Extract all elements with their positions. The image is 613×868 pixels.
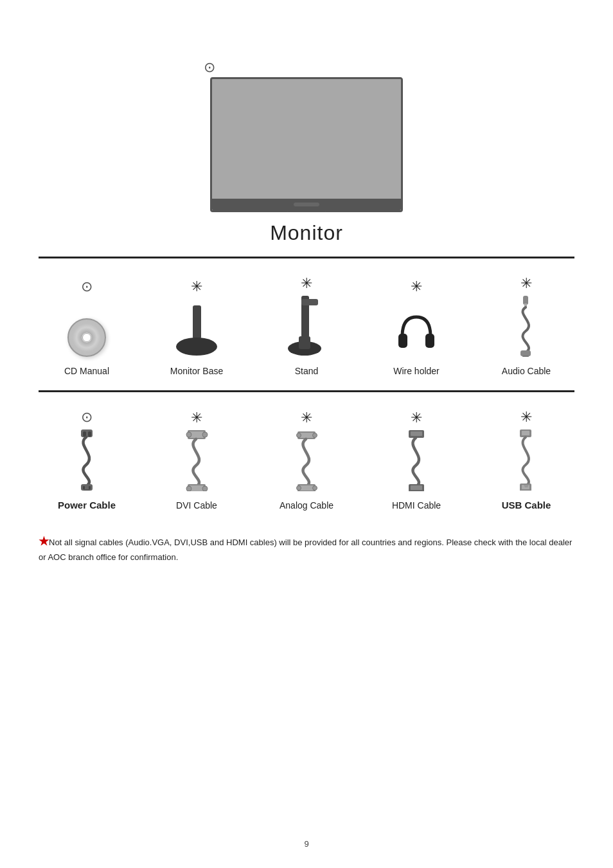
- cd-icon: [67, 318, 106, 357]
- dvi-cable-star: ✳: [191, 410, 202, 426]
- audio-cable-icon-area: [512, 296, 541, 357]
- svg-point-29: [296, 433, 301, 438]
- item-analog-cable: ✳ Analog Cable: [258, 410, 355, 511]
- monitor-illustration: ⊙: [210, 77, 403, 212]
- analog-cable-icon-area: [292, 430, 321, 491]
- dvi-cable-label: DVI Cable: [176, 500, 217, 511]
- accessories-row-2: ⊙ Power Cable ✳: [39, 397, 574, 520]
- page: ⊙ Monitor ⊙ CD Manual ✳: [0, 0, 613, 868]
- item-power-cable: ⊙ Power Cable: [39, 409, 135, 511]
- svg-rect-6: [398, 334, 407, 348]
- svg-rect-28: [299, 433, 314, 438]
- svg-rect-11: [522, 356, 529, 357]
- svg-rect-10: [520, 350, 531, 356]
- dvi-cable-icon-area: [182, 430, 211, 491]
- svg-rect-0: [193, 305, 201, 339]
- svg-rect-40: [522, 431, 529, 435]
- divider-2: [39, 390, 574, 392]
- stand-label: Stand: [295, 366, 319, 376]
- wire-holder-icon-area: [396, 299, 438, 357]
- svg-rect-8: [523, 296, 528, 305]
- cd-manual-icon-area: [67, 299, 106, 357]
- item-hdmi-cable: ✳ HDMI Cable: [368, 410, 465, 511]
- svg-rect-3: [301, 299, 318, 305]
- usb-cable-svg: [512, 429, 541, 491]
- svg-rect-16: [84, 489, 90, 491]
- svg-rect-13: [83, 431, 86, 437]
- monitor-base-icon-area: [173, 299, 221, 357]
- svg-rect-32: [299, 485, 314, 491]
- dvi-cable-svg: [182, 430, 211, 491]
- svg-point-1: [176, 338, 217, 356]
- wire-holder-star: ✳: [411, 278, 422, 295]
- svg-point-33: [296, 486, 301, 491]
- monitor-label: Monitor: [270, 221, 343, 245]
- item-stand: ✳ Stand: [258, 275, 355, 376]
- monitor-base-star: ✳: [191, 278, 202, 295]
- svg-rect-18: [89, 486, 91, 489]
- usb-cable-star: ✳: [520, 409, 532, 426]
- svg-point-30: [312, 433, 317, 438]
- svg-point-25: [186, 486, 191, 491]
- audio-cable-svg: [512, 296, 541, 357]
- item-usb-cable: ✳ USB Cable: [478, 409, 574, 511]
- stand-svg: [287, 296, 326, 357]
- svg-point-26: [202, 486, 208, 491]
- monitor-check-icon: ⊙: [204, 59, 215, 76]
- monitor-base-svg: [173, 299, 221, 357]
- usb-cable-icon-area: [512, 429, 541, 491]
- svg-rect-38: [411, 485, 422, 490]
- item-cd-manual: ⊙ CD Manual: [39, 278, 135, 376]
- audio-cable-star: ✳: [520, 275, 532, 292]
- item-monitor-base: ✳ Monitor Base: [148, 278, 245, 376]
- stand-star: ✳: [301, 275, 312, 292]
- accessories-row-1: ⊙ CD Manual ✳ Monitor Base ✳: [39, 264, 574, 385]
- hdmi-cable-icon-area: [402, 430, 431, 491]
- svg-point-34: [312, 486, 317, 491]
- hdmi-cable-label: HDMI Cable: [392, 500, 441, 511]
- divider-1: [39, 257, 574, 258]
- svg-point-21: [186, 432, 191, 437]
- analog-cable-label: Analog Cable: [280, 500, 333, 511]
- footer-note: ★Not all signal cables (Audio.VGA, DVI,U…: [39, 532, 574, 565]
- hdmi-cable-svg: [402, 430, 431, 491]
- svg-rect-5: [299, 336, 310, 349]
- monitor-section: ⊙ Monitor: [210, 77, 403, 245]
- wire-holder-label: Wire holder: [393, 366, 440, 376]
- power-cable-svg: [73, 429, 102, 491]
- stand-icon-area: [287, 296, 326, 357]
- svg-rect-7: [425, 334, 434, 348]
- footer-text: ★Not all signal cables (Audio.VGA, DVI,U…: [39, 532, 574, 565]
- usb-cable-label: USB Cable: [502, 500, 551, 511]
- wire-holder-svg: [396, 312, 438, 357]
- cd-manual-check-icon: ⊙: [81, 278, 93, 295]
- svg-point-22: [202, 432, 208, 437]
- item-dvi-cable: ✳ DVI C: [148, 410, 245, 511]
- svg-rect-14: [88, 431, 91, 437]
- page-number: 9: [304, 839, 308, 849]
- footer-text-content: Not all signal cables (Audio.VGA, DVI,US…: [39, 538, 572, 562]
- audio-cable-label: Audio Cable: [502, 366, 551, 376]
- hdmi-cable-star: ✳: [411, 410, 422, 426]
- item-wire-holder: ✳ Wire holder: [368, 278, 465, 376]
- monitor-screen: [210, 77, 403, 212]
- item-audio-cable: ✳ Audio Cable: [478, 275, 574, 376]
- svg-rect-36: [411, 431, 422, 436]
- power-cable-icon-area: [73, 429, 102, 491]
- analog-cable-svg: [292, 430, 321, 491]
- analog-cable-star: ✳: [301, 410, 312, 426]
- footer-star: ★: [39, 535, 49, 548]
- cd-manual-label: CD Manual: [64, 366, 109, 376]
- power-cable-check-icon: ⊙: [81, 409, 93, 426]
- svg-rect-17: [83, 486, 85, 489]
- power-cable-label: Power Cable: [58, 500, 116, 511]
- monitor-base-label: Monitor Base: [170, 366, 223, 376]
